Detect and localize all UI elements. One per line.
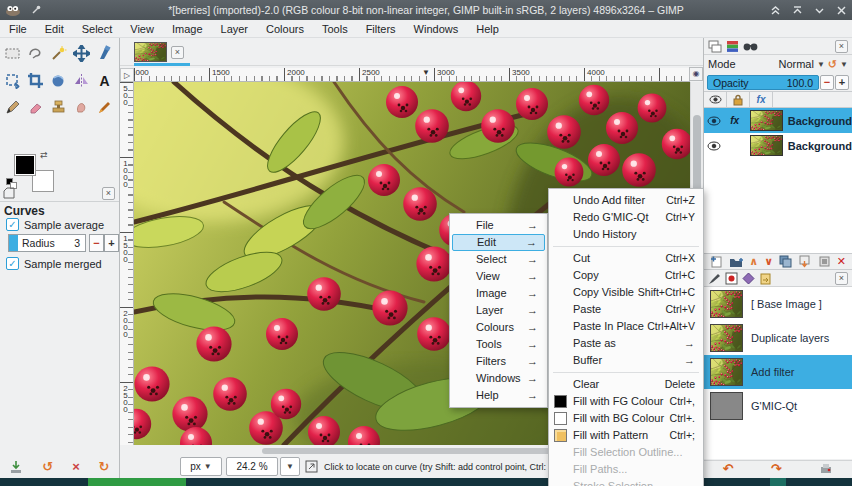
paths-tab-icon[interactable] — [743, 41, 758, 52]
swap-colors-icon[interactable]: ⇄ — [40, 150, 48, 160]
submenu-item-redo[interactable]: Redo G'MIC-QtCtrl+Y — [549, 209, 703, 226]
channels-tab-icon[interactable] — [726, 40, 739, 53]
submenu-item-fill-bg[interactable]: Fill with BG ColourCtrl+. — [549, 410, 703, 427]
merge-down-icon[interactable] — [798, 255, 811, 268]
move-tool[interactable] — [70, 40, 93, 67]
device-status-tab-icon[interactable] — [725, 272, 738, 285]
ink-tool[interactable] — [93, 40, 116, 67]
submenu-item-buffer[interactable]: Buffer→ — [549, 352, 703, 369]
pin-icon[interactable] — [31, 5, 41, 15]
submenu-item-cut[interactable]: CutCtrl+X — [549, 250, 703, 267]
crop-tool[interactable] — [24, 67, 47, 94]
menu-help[interactable]: Help — [467, 20, 508, 38]
sample-average-checkbox[interactable]: ✓ — [6, 218, 19, 231]
zoom-value-box[interactable]: 24.2 % — [226, 457, 278, 476]
brushes-tab-icon[interactable] — [708, 272, 721, 285]
submenu-item-fill-fg[interactable]: Fill with FG ColourCtrl+, — [549, 393, 703, 410]
close-tab-icon[interactable]: × — [171, 46, 184, 59]
submenu-item-paste-as[interactable]: Paste as→ — [549, 335, 703, 352]
menu-filters[interactable]: Filters — [357, 20, 405, 38]
lower-layer-icon[interactable]: ∨ — [764, 256, 773, 267]
horizontal-ruler[interactable]: 1000 1500 2000 2500 3000 3500 4000 ▼ — [134, 68, 690, 82]
layer-name[interactable]: Background — [788, 140, 852, 152]
fx-badge[interactable]: fx — [724, 115, 744, 126]
history-item[interactable]: Duplicate layers — [704, 321, 852, 355]
fuzzy-select-tool[interactable] — [47, 40, 70, 67]
lock-column-icon[interactable] — [727, 92, 750, 107]
menu-colours[interactable]: Colours — [257, 20, 313, 38]
submenu-item-copy-visible[interactable]: Copy VisibleShift+Ctrl+C — [549, 284, 703, 301]
menu-file[interactable]: File — [0, 20, 36, 38]
layer-thumbnail[interactable] — [750, 135, 783, 156]
reset-tool-icon[interactable]: ↻ — [99, 459, 110, 474]
undo-icon[interactable]: ↶ — [723, 462, 734, 475]
minimize-button[interactable] — [812, 3, 826, 17]
layer-thumbnail[interactable] — [750, 110, 783, 131]
layers-tab-icon[interactable] — [708, 40, 722, 53]
delete-layer-icon[interactable]: ✕ — [837, 256, 846, 267]
sample-merged-checkbox[interactable]: ✓ — [6, 257, 19, 270]
tab-menu-icon[interactable]: × — [835, 272, 848, 285]
menu-select[interactable]: Select — [73, 20, 122, 38]
submenu-item-undo-history[interactable]: Undo History — [549, 226, 703, 243]
keep-above-button[interactable] — [768, 3, 782, 17]
clone-tool[interactable] — [47, 94, 70, 121]
smudge-tool[interactable] — [70, 94, 93, 121]
tool-options-tab-icon[interactable] — [3, 187, 15, 199]
opacity-increment-button[interactable]: + — [835, 75, 849, 90]
restore-preset-icon[interactable]: ↺ — [42, 459, 53, 474]
radius-spinscale[interactable]: Radius 3 — [8, 234, 86, 252]
menu-edit[interactable]: Edit — [36, 20, 73, 38]
text-tool[interactable]: A — [93, 67, 116, 94]
mode-select[interactable]: Normal — [778, 58, 813, 70]
context-menu-item-colours[interactable]: Colours→ — [450, 319, 547, 336]
foreground-color-swatch[interactable] — [14, 154, 36, 176]
layer-mask-icon[interactable] — [818, 255, 831, 268]
submenu-item-paste[interactable]: PasteCtrl+V — [549, 301, 703, 318]
eye-icon[interactable] — [704, 116, 724, 126]
save-preset-icon[interactable] — [9, 460, 23, 474]
vertical-ruler[interactable]: 500 1000 1500 2000 2500 — [120, 82, 134, 445]
opacity-slider[interactable]: Opacity 100.0 — [707, 75, 819, 90]
layer-row[interactable]: Background — [704, 133, 852, 158]
context-menu-item-layer[interactable]: Layer→ — [450, 302, 547, 319]
eraser-tool[interactable] — [24, 94, 47, 121]
submenu-item-fill-pattern[interactable]: Fill with PatternCtrl+; — [549, 427, 703, 444]
warp-transform-tool[interactable] — [47, 67, 70, 94]
gradients-tab-icon[interactable] — [742, 272, 755, 285]
undo-history-tab-icon[interactable] — [759, 272, 772, 285]
tab-menu-icon[interactable]: × — [102, 187, 115, 200]
ruler-corner-button[interactable]: ▷ — [120, 68, 134, 82]
radius-increment-button[interactable]: + — [104, 234, 119, 252]
titlebar[interactable]: *[berries] (imported)-2.0 (RGB colour 8-… — [0, 0, 852, 20]
submenu-item-undo[interactable]: Undo Add filterCtrl+Z — [549, 192, 703, 209]
clear-history-icon[interactable] — [819, 463, 833, 475]
menu-tools[interactable]: Tools — [313, 20, 357, 38]
layer-row[interactable]: fx Background — [704, 108, 852, 133]
history-item[interactable]: G'MIC-Qt — [704, 389, 852, 423]
menu-image[interactable]: Image — [163, 20, 212, 38]
flip-tool[interactable] — [70, 67, 93, 94]
free-select-tool[interactable] — [24, 40, 47, 67]
layer-name[interactable]: Background — [788, 115, 852, 127]
submenu-item-clear[interactable]: ClearDelete — [549, 376, 703, 393]
pencil-tool[interactable] — [1, 94, 24, 121]
context-menu-item-view[interactable]: View→ — [450, 268, 547, 285]
tab-menu-icon[interactable]: × — [835, 40, 848, 53]
close-button[interactable] — [834, 3, 848, 17]
duplicate-layer-icon[interactable] — [779, 255, 792, 268]
submenu-item-copy[interactable]: CopyCtrl+C — [549, 267, 703, 284]
context-menu-item-filters[interactable]: Filters→ — [450, 353, 547, 370]
chevron-down-icon[interactable]: ▼ — [840, 60, 848, 69]
history-item[interactable]: [ Base Image ] — [704, 287, 852, 321]
chevron-down-icon[interactable]: ▼ — [817, 60, 825, 69]
raise-layer-icon[interactable]: ∧ — [749, 256, 758, 267]
maximize-button[interactable] — [790, 3, 804, 17]
new-layer-icon[interactable] — [710, 255, 723, 268]
history-item-selected[interactable]: Add filter — [704, 355, 852, 389]
menu-layer[interactable]: Layer — [212, 20, 258, 38]
rectangle-select-tool[interactable] — [1, 40, 24, 67]
submenu-item-paste-in-place[interactable]: Paste In PlaceCtrl+Alt+V — [549, 318, 703, 335]
menu-windows[interactable]: Windows — [405, 20, 468, 38]
context-menu-item-windows[interactable]: Windows→ — [450, 370, 547, 387]
